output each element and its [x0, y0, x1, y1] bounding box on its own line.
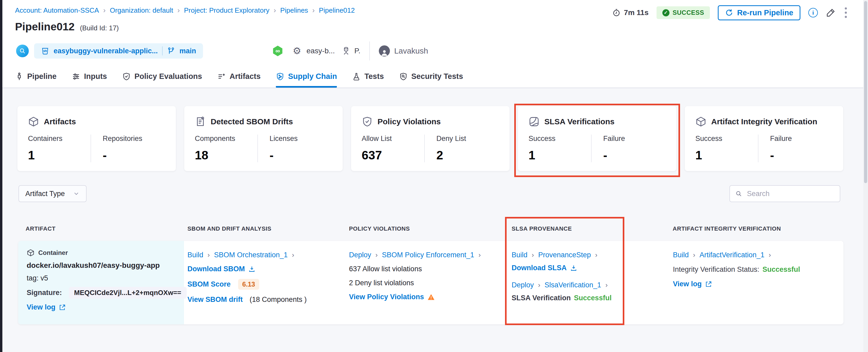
trigger-avatar-icon: [16, 44, 29, 57]
tab-artifacts[interactable]: Artifacts: [217, 72, 260, 88]
repository-icon: [41, 47, 50, 55]
tab-inputs[interactable]: Inputs: [72, 72, 107, 88]
supply-chain-shield-icon: [276, 72, 284, 81]
step-link[interactable]: ArtifactVerification_1: [700, 251, 765, 259]
duration-text: 7m 11s: [624, 8, 648, 17]
external-link-icon[interactable]: [59, 304, 66, 311]
scrollbar-thumb[interactable]: [864, 1, 867, 183]
deployment-hexagon-icon: ∞: [272, 45, 284, 57]
artifact-type-dropdown[interactable]: Artifact Type: [19, 185, 87, 202]
trigger-service-name: easy-b...: [307, 47, 335, 55]
metric-value: 2: [436, 148, 499, 162]
step-link[interactable]: SBOM Policy Enforcement_1: [382, 251, 474, 259]
artifact-type-tag: Container: [38, 249, 68, 256]
slsa-verification-label: SLSA Verification: [512, 294, 571, 302]
tab-pipeline[interactable]: Pipeline: [15, 72, 57, 88]
rerun-pipeline-button[interactable]: Re-run Pipeline: [718, 5, 800, 20]
artifact-type-label: Artifact Type: [25, 190, 65, 198]
view-sbom-drift-link[interactable]: View SBOM drift: [187, 295, 243, 304]
column-header-artifact: ARTIFACT: [26, 225, 56, 232]
sbom-document-icon: [195, 116, 206, 127]
repo-branch-pill[interactable]: easybuggy-vulnerable-applic... main: [34, 43, 203, 59]
integrity-status-label: Integrity Verification Status:: [673, 265, 759, 274]
metric-value: 1: [28, 148, 91, 162]
card-policy-violations: Policy Violations Allow List637 Deny Lis…: [351, 106, 509, 171]
metric-value: 1: [695, 148, 758, 162]
status-badge: ✓ SUCCESS: [656, 6, 710, 19]
chevron-right-icon: ›: [177, 6, 180, 14]
chevron-right-icon: ›: [292, 251, 294, 259]
chevron-right-icon: ›: [693, 251, 695, 259]
shield-check-icon: [362, 116, 373, 127]
column-header-sbom: SBOM AND DRIFT ANALYSIS: [187, 225, 271, 232]
breadcrumb-pipeline012[interactable]: Pipeline012: [319, 6, 355, 14]
tab-tests[interactable]: Tests: [352, 72, 384, 88]
breadcrumb-organization[interactable]: Organization: default: [110, 6, 173, 14]
clock-icon: [612, 8, 621, 17]
download-icon[interactable]: [248, 265, 255, 273]
column-header-policy: POLICY VIOLATIONS: [349, 225, 410, 232]
stage-link[interactable]: Deploy: [349, 251, 371, 259]
view-policy-violations-link[interactable]: View Policy Violations: [349, 293, 424, 301]
env-abbrev: P.: [354, 47, 360, 55]
breadcrumb-account[interactable]: Account: Automation-SSCA: [15, 6, 99, 14]
tab-supply-chain[interactable]: Supply Chain: [276, 72, 337, 88]
branch-icon: [167, 47, 175, 55]
card-slsa-verifications: SLSA Verifications Success1 Failure-: [518, 106, 676, 171]
tab-policy-evaluations[interactable]: Policy Evaluations: [122, 72, 202, 88]
tab-security-tests[interactable]: Security Tests: [399, 72, 463, 88]
step-link[interactable]: ProvenanceStep: [538, 251, 591, 259]
stage-link[interactable]: Build: [673, 251, 689, 259]
card-title: SLSA Verifications: [544, 117, 615, 126]
download-icon[interactable]: [570, 264, 577, 272]
divider: [162, 46, 163, 56]
drift-component-count: (18 Components ): [250, 295, 307, 304]
kebab-menu-icon[interactable]: [844, 6, 848, 19]
view-log-link[interactable]: View log: [673, 280, 702, 288]
scrollbar[interactable]: [863, 0, 868, 352]
metric-label: Containers: [28, 135, 91, 143]
page-title: Pipeline012: [15, 21, 75, 33]
search-input[interactable]: [747, 189, 835, 198]
breadcrumb-pipelines[interactable]: Pipelines: [280, 6, 308, 14]
pipeline-meta-row: easybuggy-vulnerable-applic... main ∞ ⚙ …: [16, 43, 428, 59]
chevron-right-icon: ›: [538, 281, 540, 289]
artifact-tag: tag: v5: [27, 274, 176, 282]
metric-value: 1: [528, 148, 591, 162]
chevron-right-icon: ›: [375, 251, 378, 259]
deny-list-violations: 2 Deny list violations: [349, 279, 482, 287]
step-link[interactable]: SlsaVerification_1: [545, 281, 601, 289]
summary-cards: Artifacts Containers1 Repositories- Dete…: [18, 106, 843, 171]
chevron-right-icon: ›: [274, 6, 276, 14]
stage-link[interactable]: Build: [187, 251, 203, 259]
step-link[interactable]: SBOM Orchestration_1: [214, 251, 288, 259]
sbom-score-link[interactable]: SBOM Score: [187, 280, 231, 288]
breadcrumb-project[interactable]: Project: Product Exploratory: [184, 6, 270, 14]
external-link-icon[interactable]: [705, 281, 712, 288]
metric-value: -: [770, 148, 833, 162]
download-sbom-link[interactable]: Download SBOM: [187, 265, 245, 273]
artifact-integrity-cell: Build› ArtifactVerification_1› Integrity…: [673, 251, 800, 288]
divider: [369, 41, 370, 60]
policy-violations-cell: Deploy› SBOM Policy Enforcement_1› 637 A…: [349, 251, 482, 301]
shield-check-icon: [122, 72, 131, 81]
stage-link[interactable]: Build: [512, 251, 527, 259]
run-duration: 7m 11s: [612, 8, 648, 17]
info-icon[interactable]: i: [808, 8, 818, 18]
allow-list-violations: 637 Allow list violations: [349, 265, 482, 273]
chevron-right-icon: ›: [103, 6, 105, 14]
edit-pencil-icon[interactable]: [826, 8, 836, 18]
metric-value: -: [103, 148, 165, 162]
card-sbom-drifts: Detected SBOM Drifts Components18 Licens…: [184, 106, 343, 171]
artifact-cell: Container docker.io/lavakush07/easy-bugg…: [18, 241, 184, 324]
stage-link[interactable]: Deploy: [512, 281, 534, 289]
search-box[interactable]: [730, 185, 840, 202]
signature-value[interactable]: MEQCICde2Vjl...L+2+mqnOXw==: [69, 287, 187, 299]
download-slsa-link[interactable]: Download SLSA: [512, 264, 567, 272]
metric-label: Failure: [603, 135, 666, 143]
metric-label: Success: [695, 135, 758, 143]
pipeline-icon: [15, 72, 24, 81]
artifact-table-row: Container docker.io/lavakush07/easy-bugg…: [18, 241, 843, 324]
view-log-link[interactable]: View log: [27, 303, 56, 311]
status-text: SUCCESS: [673, 9, 704, 17]
